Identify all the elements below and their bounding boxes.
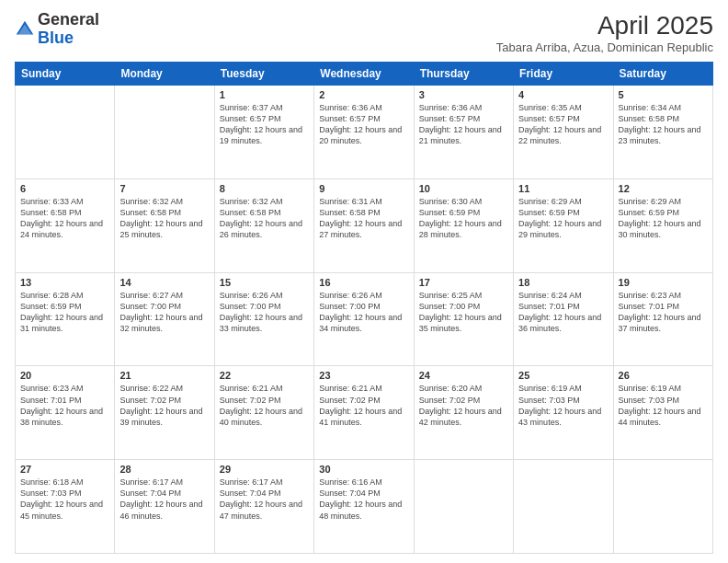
calendar-cell: 13Sunrise: 6:28 AM Sunset: 6:59 PM Dayli… — [16, 272, 115, 366]
calendar-cell: 1Sunrise: 6:37 AM Sunset: 6:57 PM Daylig… — [214, 86, 313, 179]
calendar-cell: 8Sunrise: 6:32 AM Sunset: 6:58 PM Daylig… — [214, 178, 313, 272]
day-info: Sunrise: 6:19 AM Sunset: 7:03 PM Dayligh… — [619, 383, 708, 428]
day-info: Sunrise: 6:23 AM Sunset: 7:01 PM Dayligh… — [20, 383, 109, 428]
day-info: Sunrise: 6:24 AM Sunset: 7:01 PM Dayligh… — [518, 290, 608, 335]
day-number: 12 — [619, 183, 708, 194]
day-info: Sunrise: 6:23 AM Sunset: 7:01 PM Dayligh… — [619, 290, 708, 335]
day-info: Sunrise: 6:30 AM Sunset: 6:59 PM Dayligh… — [419, 196, 508, 241]
day-header-thursday: Thursday — [414, 63, 513, 86]
calendar-cell: 15Sunrise: 6:26 AM Sunset: 7:00 PM Dayli… — [214, 272, 313, 366]
calendar-cell: 23Sunrise: 6:21 AM Sunset: 7:02 PM Dayli… — [314, 366, 414, 460]
title-block: April 2025 Tabara Arriba, Azua, Dominica… — [496, 11, 713, 54]
week-row-0: 1Sunrise: 6:37 AM Sunset: 6:57 PM Daylig… — [16, 86, 713, 179]
day-info: Sunrise: 6:25 AM Sunset: 7:00 PM Dayligh… — [419, 290, 508, 335]
calendar-cell: 25Sunrise: 6:19 AM Sunset: 7:03 PM Dayli… — [514, 366, 613, 460]
calendar-cell: 19Sunrise: 6:23 AM Sunset: 7:01 PM Dayli… — [613, 272, 712, 366]
day-info: Sunrise: 6:16 AM Sunset: 7:04 PM Dayligh… — [319, 477, 408, 522]
day-number: 9 — [319, 183, 408, 194]
day-number: 5 — [619, 89, 708, 100]
day-info: Sunrise: 6:27 AM Sunset: 7:00 PM Dayligh… — [119, 290, 209, 335]
calendar-cell: 12Sunrise: 6:29 AM Sunset: 6:59 PM Dayli… — [613, 178, 712, 272]
day-info: Sunrise: 6:26 AM Sunset: 7:00 PM Dayligh… — [220, 290, 309, 335]
calendar-cell: 29Sunrise: 6:17 AM Sunset: 7:04 PM Dayli… — [214, 460, 313, 554]
day-info: Sunrise: 6:36 AM Sunset: 6:57 PM Dayligh… — [319, 102, 408, 147]
day-number: 14 — [119, 277, 209, 288]
day-number: 11 — [518, 183, 608, 194]
day-header-monday: Monday — [115, 63, 214, 86]
logo-blue: Blue — [38, 29, 74, 47]
calendar-cell: 26Sunrise: 6:19 AM Sunset: 7:03 PM Dayli… — [613, 366, 712, 460]
day-info: Sunrise: 6:33 AM Sunset: 6:58 PM Dayligh… — [20, 196, 109, 241]
calendar-cell: 3Sunrise: 6:36 AM Sunset: 6:57 PM Daylig… — [414, 86, 513, 179]
day-number: 27 — [20, 464, 109, 475]
day-info: Sunrise: 6:29 AM Sunset: 6:59 PM Dayligh… — [619, 196, 708, 241]
day-number: 10 — [419, 183, 508, 194]
day-info: Sunrise: 6:21 AM Sunset: 7:02 PM Dayligh… — [319, 383, 408, 428]
day-info: Sunrise: 6:26 AM Sunset: 7:00 PM Dayligh… — [319, 290, 408, 335]
day-number: 7 — [119, 183, 209, 194]
week-row-2: 13Sunrise: 6:28 AM Sunset: 6:59 PM Dayli… — [16, 272, 713, 366]
location-subtitle: Tabara Arriba, Azua, Dominican Republic — [496, 40, 713, 54]
day-number: 19 — [619, 277, 708, 288]
calendar-cell: 2Sunrise: 6:36 AM Sunset: 6:57 PM Daylig… — [314, 86, 414, 179]
day-number: 1 — [220, 89, 309, 100]
day-info: Sunrise: 6:20 AM Sunset: 7:02 PM Dayligh… — [419, 383, 508, 428]
calendar-cell: 27Sunrise: 6:18 AM Sunset: 7:03 PM Dayli… — [16, 460, 115, 554]
day-header-friday: Friday — [514, 63, 613, 86]
day-info: Sunrise: 6:17 AM Sunset: 7:04 PM Dayligh… — [119, 477, 209, 522]
day-number: 24 — [419, 370, 508, 381]
week-row-4: 27Sunrise: 6:18 AM Sunset: 7:03 PM Dayli… — [16, 460, 713, 554]
day-header-sunday: Sunday — [16, 63, 115, 86]
calendar-cell: 5Sunrise: 6:34 AM Sunset: 6:58 PM Daylig… — [613, 86, 712, 179]
calendar-cell: 4Sunrise: 6:35 AM Sunset: 6:57 PM Daylig… — [514, 86, 613, 179]
day-header-wednesday: Wednesday — [314, 63, 414, 86]
calendar-cell: 10Sunrise: 6:30 AM Sunset: 6:59 PM Dayli… — [414, 178, 513, 272]
day-number: 17 — [419, 277, 508, 288]
day-number: 6 — [20, 183, 109, 194]
calendar-cell: 18Sunrise: 6:24 AM Sunset: 7:01 PM Dayli… — [514, 272, 613, 366]
week-row-3: 20Sunrise: 6:23 AM Sunset: 7:01 PM Dayli… — [16, 366, 713, 460]
calendar-cell: 14Sunrise: 6:27 AM Sunset: 7:00 PM Dayli… — [115, 272, 214, 366]
day-number: 29 — [220, 464, 309, 475]
day-number: 8 — [220, 183, 309, 194]
day-info: Sunrise: 6:34 AM Sunset: 6:58 PM Dayligh… — [619, 102, 708, 147]
calendar-cell: 28Sunrise: 6:17 AM Sunset: 7:04 PM Dayli… — [115, 460, 214, 554]
calendar-cell: 6Sunrise: 6:33 AM Sunset: 6:58 PM Daylig… — [16, 178, 115, 272]
day-number: 23 — [319, 370, 408, 381]
day-info: Sunrise: 6:29 AM Sunset: 6:59 PM Dayligh… — [518, 196, 608, 241]
calendar-cell: 9Sunrise: 6:31 AM Sunset: 6:58 PM Daylig… — [314, 178, 414, 272]
logo-text: General Blue — [38, 11, 99, 48]
week-row-1: 6Sunrise: 6:33 AM Sunset: 6:58 PM Daylig… — [16, 178, 713, 272]
day-header-tuesday: Tuesday — [214, 63, 313, 86]
day-number: 13 — [20, 277, 109, 288]
page: General Blue April 2025 Tabara Arriba, A… — [0, 0, 728, 563]
day-info: Sunrise: 6:32 AM Sunset: 6:58 PM Dayligh… — [220, 196, 309, 241]
day-info: Sunrise: 6:35 AM Sunset: 6:57 PM Dayligh… — [518, 102, 608, 147]
calendar-cell — [16, 86, 115, 179]
day-info: Sunrise: 6:28 AM Sunset: 6:59 PM Dayligh… — [20, 290, 109, 335]
header: General Blue April 2025 Tabara Arriba, A… — [15, 11, 713, 54]
calendar-table: SundayMondayTuesdayWednesdayThursdayFrid… — [15, 62, 713, 554]
day-header-saturday: Saturday — [613, 63, 712, 86]
logo-icon — [15, 19, 35, 40]
calendar-cell: 16Sunrise: 6:26 AM Sunset: 7:00 PM Dayli… — [314, 272, 414, 366]
day-number: 30 — [319, 464, 408, 475]
day-number: 20 — [20, 370, 109, 381]
calendar-cell: 24Sunrise: 6:20 AM Sunset: 7:02 PM Dayli… — [414, 366, 513, 460]
calendar-cell: 7Sunrise: 6:32 AM Sunset: 6:58 PM Daylig… — [115, 178, 214, 272]
day-info: Sunrise: 6:22 AM Sunset: 7:02 PM Dayligh… — [119, 383, 209, 428]
day-number: 25 — [518, 370, 608, 381]
day-info: Sunrise: 6:17 AM Sunset: 7:04 PM Dayligh… — [220, 477, 309, 522]
day-number: 28 — [119, 464, 209, 475]
days-header-row: SundayMondayTuesdayWednesdayThursdayFrid… — [16, 63, 713, 86]
day-info: Sunrise: 6:37 AM Sunset: 6:57 PM Dayligh… — [220, 102, 309, 147]
day-info: Sunrise: 6:18 AM Sunset: 7:03 PM Dayligh… — [20, 477, 109, 522]
calendar-cell: 21Sunrise: 6:22 AM Sunset: 7:02 PM Dayli… — [115, 366, 214, 460]
day-number: 18 — [518, 277, 608, 288]
logo-general: General — [38, 10, 99, 29]
calendar-cell — [414, 460, 513, 554]
calendar-cell: 17Sunrise: 6:25 AM Sunset: 7:00 PM Dayli… — [414, 272, 513, 366]
day-number: 15 — [220, 277, 309, 288]
day-number: 16 — [319, 277, 408, 288]
day-number: 3 — [419, 89, 508, 100]
